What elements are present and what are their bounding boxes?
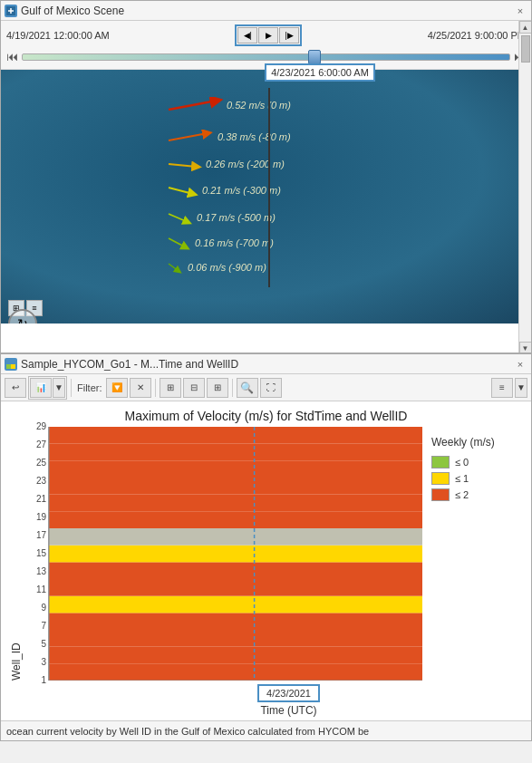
svg-rect-21 (49, 528, 422, 546)
table-view-button[interactable]: ⊞ (160, 378, 181, 398)
arrow-svg-5 (164, 209, 193, 226)
legend-color-1 (431, 472, 450, 485)
time-controls: 4/19/2021 12:00:00 AM ◀| ▶ |▶ 4/25/2021 … (1, 21, 531, 70)
y-tick-13: 13 (36, 566, 46, 576)
legend-title: Weekly (m/s) (431, 436, 513, 449)
step-forward-button[interactable]: |▶ (279, 27, 299, 43)
chart-legend: Weekly (m/s) ≤ 0 ≤ 1 ≤ 2 (422, 427, 522, 681)
chart-window-close[interactable]: × (513, 357, 527, 372)
y-tick-9: 9 (41, 603, 46, 613)
svg-line-5 (169, 164, 197, 167)
map-area: 0.52 m/s (0 m) 0.38 m/s (-80 m) (1, 70, 531, 324)
x-time-bubble: 4/23/2021 (257, 684, 320, 702)
top-window-title: Gulf of Mexico Scene (21, 5, 509, 17)
scroll-thumb[interactable] (521, 35, 530, 63)
undo-button[interactable]: ↩ (5, 378, 26, 398)
legend-item-2: ≤ 2 (431, 488, 513, 501)
grid-button[interactable]: ⊟ (183, 378, 205, 398)
svg-rect-14 (49, 647, 422, 664)
arrow-svg-2 (164, 130, 214, 144)
scroll-down-arrow[interactable]: ▼ (519, 342, 532, 353)
chart-window-title: Sample_HYCOM_Go1 - M...Time and WellID (21, 358, 509, 371)
top-window-icon (5, 5, 17, 17)
bottom-window: Sample_HYCOM_Go1 - M...Time and WellID ×… (0, 353, 532, 741)
slider-thumb[interactable] (308, 50, 321, 64)
status-bar: ocean current velocity by Well ID in the… (1, 720, 531, 740)
arrow-label-3: 0.26 m/s (-200 m) (206, 159, 285, 169)
y-tick-15: 15 (36, 548, 46, 558)
y-tick-27: 27 (36, 439, 46, 449)
arrow-svg-7 (164, 260, 184, 275)
more-button[interactable]: ≡ (491, 378, 513, 398)
chart-window-icon (5, 358, 17, 371)
chart-title-bar: Sample_HYCOM_Go1 - M...Time and WellID × (1, 354, 531, 374)
chart-type-dropdown[interactable]: ▼ (53, 378, 65, 398)
legend-label-2: ≤ 2 (455, 489, 469, 500)
chart-area: Maximum of Velocity (m/s) for StdTime an… (1, 401, 531, 720)
vertical-scrollbar: ▲ ▼ (518, 21, 531, 353)
sep-2 (155, 379, 156, 397)
y-tick-17: 17 (36, 530, 46, 540)
svg-rect-13 (49, 663, 422, 681)
x-axis-title: Time (UTC) (260, 704, 316, 717)
time-end-label: 4/25/2021 9:00:00 PM (428, 30, 526, 41)
well-line (268, 88, 270, 287)
chart-svg (49, 427, 422, 681)
arrow-label-1: 0.52 m/s (0 m) (227, 100, 291, 111)
time-start-label: 4/19/2021 12:00:00 AM (6, 30, 110, 41)
arrow-label-2: 0.38 m/s (-80 m) (218, 131, 291, 142)
svg-rect-10 (6, 360, 15, 364)
filter-clear-button[interactable]: ✕ (130, 378, 151, 398)
filter-label: Filter: (77, 382, 102, 393)
top-window-close[interactable]: × (513, 4, 527, 18)
svg-rect-17 (49, 596, 422, 613)
zoom-in-button[interactable]: 🔍 (237, 378, 258, 398)
export-button[interactable]: ⊞ (207, 378, 228, 398)
arrow-svg-3 (164, 157, 202, 171)
current-arrows: 0.52 m/s (0 m) 0.38 m/s (-80 m) (164, 97, 345, 276)
svg-rect-23 (49, 495, 422, 512)
chart-type-group: 📊 ▼ (28, 376, 67, 400)
sep-3 (232, 379, 233, 397)
step-back-button[interactable]: ◀| (237, 27, 257, 43)
slider-left-icon[interactable]: ⏮ (6, 50, 18, 63)
svg-rect-11 (6, 364, 11, 369)
arrow-svg-6 (164, 235, 191, 251)
arrow-item-1: 0.52 m/s (0 m) (164, 97, 345, 113)
time-slider[interactable]: 4/23/2021 6:00:00 AM (22, 53, 510, 61)
y-tick-11: 11 (36, 584, 46, 594)
chart-plot (48, 427, 422, 681)
svg-rect-25 (49, 460, 422, 478)
y-tick-3: 3 (41, 657, 46, 667)
y-tick-19: 19 (36, 512, 46, 522)
scroll-up-arrow[interactable]: ▲ (519, 21, 532, 34)
fit-button[interactable]: ⛶ (260, 378, 282, 398)
y-tick-7: 7 (41, 621, 46, 631)
play-button[interactable]: ▶ (258, 27, 278, 43)
arrow-item-7: 0.06 m/s (-900 m) (164, 260, 345, 275)
svg-line-8 (169, 238, 186, 247)
playback-controls: ◀| ▶ |▶ (235, 24, 302, 46)
svg-rect-24 (49, 478, 422, 495)
svg-rect-20 (49, 546, 422, 563)
status-text: ocean current velocity by Well ID in the… (6, 726, 369, 737)
legend-label-1: ≤ 1 (455, 473, 469, 484)
y-tick-29: 29 (36, 421, 46, 431)
filter-button[interactable]: 🔽 (106, 378, 128, 398)
y-tick-1: 1 (41, 675, 46, 685)
chart-type-button[interactable]: 📊 (30, 378, 52, 398)
y-tick-5: 5 (41, 639, 46, 649)
legend-item-1: ≤ 1 (431, 472, 513, 485)
map-controls: ⊞ ≡ ↻ (8, 300, 43, 316)
svg-rect-16 (49, 613, 422, 630)
legend-item-0: ≤ 0 (431, 456, 513, 468)
y-axis-title: Well_ID (10, 427, 23, 681)
svg-rect-26 (49, 444, 422, 461)
svg-rect-19 (49, 562, 422, 579)
svg-rect-18 (49, 579, 422, 596)
top-window: Gulf of Mexico Scene × 4/19/2021 12:00:0… (0, 0, 532, 353)
time-slider-row: ⏮ 4/23/2021 6:00:00 AM ⏭ (6, 48, 526, 65)
more-dropdown[interactable]: ▼ (515, 378, 527, 398)
arrow-label-6: 0.16 m/s (-700 m) (195, 237, 274, 248)
arrow-item-3: 0.26 m/s (-200 m) (164, 157, 345, 171)
